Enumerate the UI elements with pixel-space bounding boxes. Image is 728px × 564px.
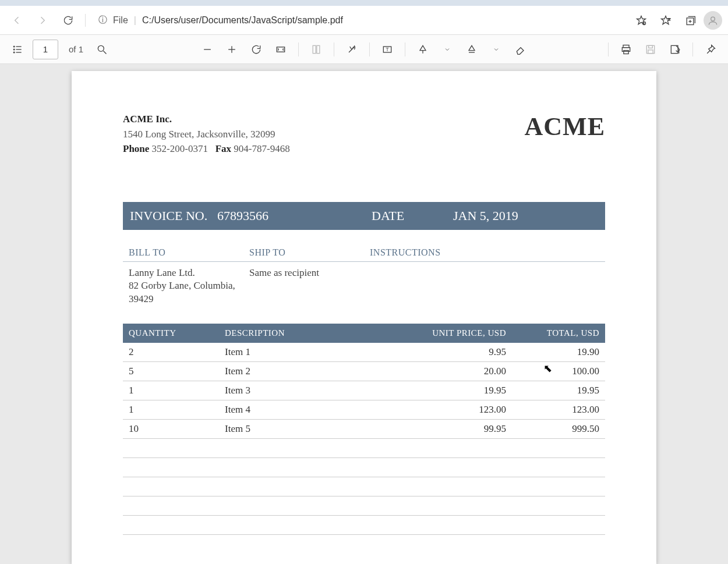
forward-button[interactable]	[31, 9, 54, 31]
address-bar: ⓘ File | C:/Users/user/Documents/JavaScr…	[0, 6, 728, 35]
col-total: TOTAL, USD	[512, 324, 605, 343]
save-as-button[interactable]	[665, 39, 685, 60]
back-button[interactable]	[6, 9, 28, 31]
save-button[interactable]	[640, 39, 661, 60]
line-items-table: QUANTITY DESCRIPTION UNIT PRICE, USD TOT…	[123, 324, 605, 535]
cell-total: 19.90	[512, 343, 605, 362]
zoom-in-button[interactable]	[221, 39, 242, 60]
table-row: 10Item 599.95999.50	[123, 420, 605, 439]
table-row: 1Item 319.9519.95	[123, 381, 605, 400]
profile-button[interactable]	[704, 11, 722, 30]
invoice-no-label: INVOICE NO.	[130, 208, 217, 224]
svg-point-11	[13, 49, 15, 50]
billto-label: BILL TO	[129, 247, 249, 258]
page-number-input[interactable]	[33, 40, 58, 59]
shipto-value: Same as recipient	[249, 267, 370, 280]
cell-desc: Item 1	[219, 343, 407, 362]
cell-unit: 123.00	[407, 400, 512, 420]
contents-button[interactable]	[7, 39, 28, 60]
cell-total: 999.50	[512, 420, 605, 439]
url-scheme: File	[113, 15, 128, 26]
erase-button[interactable]	[510, 39, 531, 60]
cell-qty: 2	[123, 343, 219, 362]
pin-toolbar-button[interactable]	[700, 39, 721, 60]
table-row: 5Item 220.00100.00	[123, 362, 605, 381]
billto-address: 82 Gorby Lane, Columbia, 39429	[129, 279, 249, 306]
chevron-down-icon[interactable]	[486, 39, 507, 60]
zoom-out-button[interactable]	[197, 39, 218, 60]
pdf-viewer[interactable]: ACME Inc. 1540 Long Street, Jacksonville…	[0, 64, 728, 564]
draw-button[interactable]	[412, 39, 433, 60]
fit-width-button[interactable]	[270, 39, 291, 60]
cell-qty: 10	[123, 420, 219, 439]
highlight-button[interactable]	[461, 39, 482, 60]
separator	[298, 42, 299, 56]
cell-unit: 19.95	[407, 381, 512, 400]
pdf-page: ACME Inc. 1540 Long Street, Jacksonville…	[72, 71, 656, 564]
svg-line-16	[104, 51, 107, 54]
site-info-icon[interactable]: ⓘ	[98, 15, 107, 26]
svg-point-9	[13, 46, 15, 47]
phone-label: Phone	[123, 143, 149, 154]
url-separator: |	[134, 15, 136, 26]
invoice-date-label: DATE	[372, 208, 453, 224]
invoice-date-value: JAN 5, 2019	[453, 208, 518, 224]
cell-desc: Item 5	[219, 420, 407, 439]
favorites-button[interactable]	[655, 9, 677, 31]
table-row: 2Item 19.9519.90	[123, 343, 605, 362]
read-aloud-button[interactable]	[341, 39, 362, 60]
fax-label: Fax	[215, 143, 231, 154]
svg-point-13	[13, 52, 15, 53]
collections-button[interactable]	[679, 9, 701, 31]
svg-rect-31	[649, 45, 653, 48]
table-row-blank	[123, 439, 605, 458]
separator	[608, 42, 609, 56]
cell-qty: 1	[123, 400, 219, 420]
page-view-button[interactable]	[306, 39, 327, 60]
refresh-button[interactable]	[57, 9, 79, 31]
svg-text:T: T	[386, 47, 389, 52]
table-row: 1Item 4123.00123.00	[123, 400, 605, 420]
cell-qty: 5	[123, 362, 219, 381]
cell-desc: Item 3	[219, 381, 407, 400]
table-row-blank	[123, 516, 605, 535]
invoice-header-bar: INVOICE NO. 67893566 DATE JAN 5, 2019	[123, 202, 605, 230]
table-header-row: QUANTITY DESCRIPTION UNIT PRICE, USD TOT…	[123, 324, 605, 343]
table-row-blank	[123, 477, 605, 496]
col-unit-price: UNIT PRICE, USD	[407, 324, 512, 343]
col-quantity: QUANTITY	[123, 324, 219, 343]
billto-name: Lanny Lane Ltd.	[129, 267, 249, 280]
fax-value: 904-787-9468	[234, 143, 289, 154]
cell-unit: 99.95	[407, 420, 512, 439]
add-text-button[interactable]: T	[377, 39, 398, 60]
svg-rect-32	[648, 49, 653, 53]
separator	[692, 42, 693, 56]
col-description: DESCRIPTION	[219, 324, 407, 343]
cell-desc: Item 4	[219, 400, 407, 420]
svg-rect-21	[313, 45, 316, 53]
svg-point-15	[98, 45, 104, 51]
instructions-label: INSTRUCTIONS	[370, 247, 599, 258]
print-button[interactable]	[616, 39, 637, 60]
company-address: 1540 Long Street, Jacksonville, 32099	[123, 127, 290, 142]
cell-unit: 9.95	[407, 343, 512, 362]
add-favorite-button[interactable]	[630, 9, 652, 31]
svg-rect-22	[317, 45, 320, 53]
url-box[interactable]: ⓘ File | C:/Users/user/Documents/JavaScr…	[91, 10, 627, 31]
company-name: ACME Inc.	[123, 112, 290, 127]
cell-total: 19.95	[512, 381, 605, 400]
find-button[interactable]	[91, 39, 112, 60]
invoice-no-value: 67893566	[217, 208, 372, 224]
chevron-down-icon[interactable]	[437, 39, 458, 60]
url-text: C:/Users/user/Documents/JavaScript/sampl…	[142, 15, 343, 26]
cell-total: 123.00	[512, 400, 605, 420]
pdf-toolbar: of 1 T	[0, 35, 728, 64]
separator	[405, 42, 405, 56]
company-logo: ACME	[525, 112, 605, 141]
separator	[369, 42, 370, 56]
cell-unit: 20.00	[407, 362, 512, 381]
cell-total: 100.00	[512, 362, 605, 381]
company-info: ACME Inc. 1540 Long Street, Jacksonville…	[123, 112, 290, 157]
tab-strip-area: PDF sample.pdf ✕ +	[0, 0, 728, 6]
rotate-button[interactable]	[246, 39, 267, 60]
